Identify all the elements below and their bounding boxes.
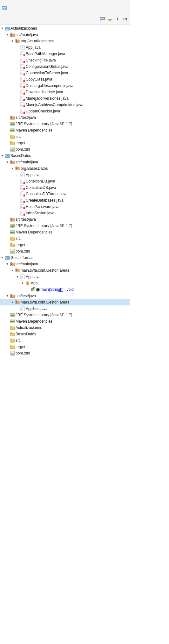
tree-item-act-src-test-java[interactable]: src/test/java (0, 114, 130, 121)
svg-text:J: J (21, 84, 23, 87)
tree-item-bd-src[interactable]: src (0, 235, 130, 242)
tree-item-gt-src[interactable]: src (0, 337, 130, 344)
svg-point-15 (125, 19, 126, 20)
collapse-all-button[interactable] (99, 16, 106, 23)
tree-item-gt-app-java[interactable]: J App.java (0, 274, 130, 280)
tree-item-act-checking[interactable]: J ! CheckingFile.java (0, 57, 130, 63)
label-bd-src-main-java: src/main/java (16, 160, 38, 164)
tree-item-bd-org[interactable]: org.BasesDatos (0, 165, 130, 172)
tree-item-gestortareas[interactable]: MJ M GestorTareas (0, 254, 130, 261)
toggle-gt-main[interactable] (10, 268, 14, 272)
tree-item-gt-jre[interactable]: JRE JRE System Library [JavaSE-1.7] (0, 312, 130, 318)
tree-item-bd-inicio[interactable]: J ! InicioSesion.java (0, 210, 130, 216)
tree-item-act-download[interactable]: J ! DownloadUpdate.java (0, 89, 130, 95)
label-gt-app-class: App (31, 281, 37, 285)
svg-text:!: ! (24, 74, 24, 75)
tree-item-act-update[interactable]: J ! UpdateChecker.java (0, 108, 130, 114)
label-bd-target: target (16, 243, 25, 247)
toggle-gt-app-java[interactable] (16, 275, 19, 279)
tree-item-act-conn[interactable]: J ! ConnectionToServer.java (0, 70, 130, 76)
tree-item-gt-src-test-java[interactable]: src/test/java (0, 293, 130, 299)
icon-pom: M (10, 249, 15, 254)
tree-item-act-descarga[interactable]: J ! DescargaDescomprimir.java (0, 82, 130, 89)
tree-item-gt-main[interactable]: main.svfa.com.GestorTareas (0, 267, 130, 274)
tree-item-gt-app-class[interactable]: C App (0, 280, 130, 286)
tree-item-bd-create[interactable]: J ! CreateDatabases.java (0, 197, 130, 204)
icon-method: m S (30, 287, 35, 292)
toggle-gt-app-class[interactable] (21, 281, 24, 285)
tree-item-gt-pom[interactable]: M pom.xml (0, 350, 130, 356)
tree-item-act-maven[interactable]: MVN Maven Dependencies (0, 127, 130, 133)
svg-text:J: J (21, 71, 23, 75)
view-menu-button[interactable] (114, 16, 121, 23)
tree-item-act-src[interactable]: src (0, 133, 130, 140)
toggle-act-org[interactable] (10, 39, 14, 43)
svg-rect-183 (16, 300, 17, 301)
icon-folder (10, 338, 15, 343)
icon-folder (10, 344, 15, 349)
tree-item-bd-consultas-tareas[interactable]: J ! ConsultasDBTareas.java (0, 191, 130, 197)
tree-item-bd-consultas[interactable]: J ! ConsultasDB.java (0, 184, 130, 191)
tree-item-act-manejo[interactable]: J ! ManejoArchivosComprimidos.java (0, 102, 130, 108)
label-act-manejo: ManejoArchivosComprimidos.java (26, 103, 83, 107)
label-gt-main-method: ⚫ main(String[]) : void (36, 287, 74, 292)
tree-item-bd-src-test-java[interactable]: src/test/java (0, 216, 130, 223)
icon-java-error: J ! (20, 198, 25, 203)
tree-item-gt-src-main-java[interactable]: src/main/java (0, 261, 130, 267)
link-editor-button[interactable] (106, 16, 113, 23)
toggle-basesdatos[interactable] (0, 154, 4, 158)
close-icon[interactable] (125, 7, 128, 8)
tree-item-act-target[interactable]: target (0, 140, 130, 146)
tree-item-gt-maven[interactable]: MVN Maven Dependencies (0, 318, 130, 325)
tree-item-act-basepath[interactable]: J ! BasePathManager.java (0, 51, 130, 57)
svg-text:PE: PE (3, 7, 6, 9)
tree-item-bd-hash[interactable]: J ! HashPassword.java (0, 204, 130, 210)
svg-text:!: ! (24, 214, 24, 216)
toggle-gt-src-main-java[interactable] (5, 262, 9, 266)
svg-text:J: J (21, 97, 23, 100)
tree-item-act-app[interactable]: J App.java (0, 44, 130, 51)
tree-item-gt-test-main[interactable]: main.svfa.com.GestorTareas (0, 299, 130, 305)
tree-item-gt-act-dep[interactable]: Actualizaciones (0, 325, 130, 331)
tree-item-act-org[interactable]: org.Actualizaciones (0, 38, 130, 44)
svg-text:J: J (21, 110, 23, 113)
toggle-bd-org[interactable] (10, 167, 14, 170)
tree-item-basesdatos[interactable]: MJ M BasesDatos (0, 153, 130, 159)
tree-item-bd-src-main-java[interactable]: src/main/java (0, 159, 130, 165)
tree-item-bd-conexion[interactable]: J ! ConexionDB.java (0, 178, 130, 184)
toggle-gt-src-test-java[interactable] (5, 294, 9, 298)
tree-item-gt-target[interactable]: target (0, 344, 130, 350)
tree-item-bd-jre[interactable]: JRE JRE System Library [JavaSE-1.7] (0, 223, 130, 229)
svg-text:!: ! (24, 207, 24, 209)
tree-item-gt-bd-dep[interactable]: BasesDatos (0, 331, 130, 337)
tree-item-bd-target[interactable]: target (0, 242, 130, 248)
icon-project: MJ M (5, 153, 10, 158)
tree-item-act-copy[interactable]: J ! CopyClass.java (0, 76, 130, 82)
svg-text:J: J (21, 205, 23, 208)
tree-item-bd-app[interactable]: J App.java (0, 172, 130, 178)
label-act-copy: CopyClass.java (26, 77, 52, 82)
tree-item-act-src-main-java[interactable]: src/main/java (0, 32, 130, 38)
svg-rect-3 (100, 18, 102, 19)
svg-rect-196 (10, 333, 12, 333)
toggle-gt-test-main[interactable] (10, 300, 14, 304)
view-options-button[interactable] (122, 16, 129, 23)
tree-item-gt-main-method[interactable]: m S ⚫ main(String[]) : void (0, 286, 130, 293)
toggle-actualizaciones[interactable] (0, 26, 4, 30)
tree-item-act-pom[interactable]: M pom.xml (0, 146, 130, 153)
toggle-act-src-main-java[interactable] (5, 33, 9, 37)
tree-item-actualizaciones[interactable]: MJ M Actualizaciones (0, 25, 130, 32)
tree-item-bd-maven[interactable]: MVN Maven Dependencies (0, 229, 130, 235)
tree-item-gt-apptest[interactable]: J AppTest.java (0, 305, 130, 312)
toggle-bd-src-main-java[interactable] (5, 160, 9, 164)
svg-rect-93 (12, 149, 14, 150)
tree-item-bd-pom[interactable]: M pom.xml (0, 248, 130, 254)
tree-item-act-config[interactable]: J ! ConfiguracionGlobal.java (0, 63, 130, 70)
tree-item-act-manejador[interactable]: J ! ManejadorVersiones.java (0, 95, 130, 102)
icon-src-folder (10, 32, 15, 37)
icon-jre: JRE (10, 223, 15, 228)
svg-point-8 (117, 18, 118, 19)
tree-item-act-jre[interactable]: JRE JRE System Library [JavaSE-1.7] (0, 121, 130, 127)
toggle-gestortareas[interactable] (0, 256, 4, 260)
label-bd-inicio: InicioSesion.java (26, 211, 54, 215)
